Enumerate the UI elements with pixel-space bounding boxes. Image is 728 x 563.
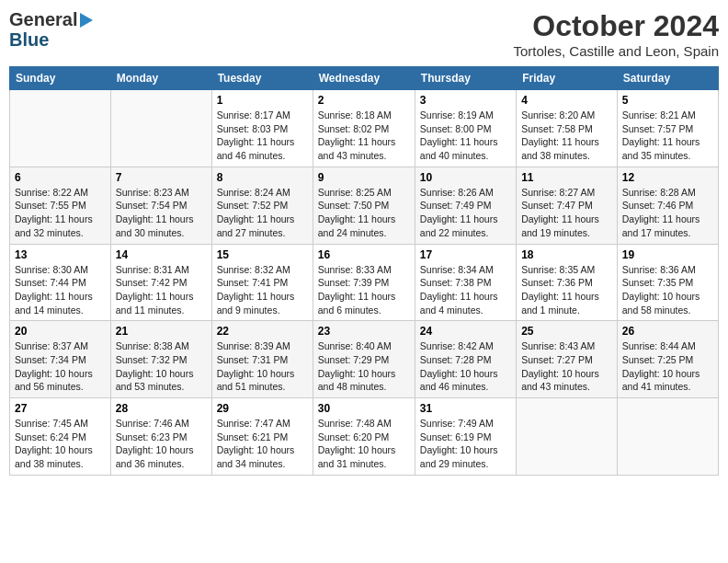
calendar-cell: 29Sunrise: 7:47 AM Sunset: 6:21 PM Dayli… bbox=[211, 398, 313, 476]
day-info: Sunrise: 8:36 AM Sunset: 7:35 PM Dayligh… bbox=[622, 263, 713, 317]
day-number: 8 bbox=[217, 171, 308, 184]
day-info: Sunrise: 8:19 AM Sunset: 8:00 PM Dayligh… bbox=[420, 109, 511, 163]
day-number: 20 bbox=[15, 325, 106, 338]
day-number: 3 bbox=[420, 94, 511, 107]
day-number: 2 bbox=[318, 94, 410, 107]
day-number: 25 bbox=[521, 325, 612, 338]
calendar-cell: 1Sunrise: 8:17 AM Sunset: 8:03 PM Daylig… bbox=[211, 90, 313, 167]
day-info: Sunrise: 8:32 AM Sunset: 7:41 PM Dayligh… bbox=[217, 263, 308, 317]
day-info: Sunrise: 7:47 AM Sunset: 6:21 PM Dayligh… bbox=[217, 417, 308, 471]
day-number: 1 bbox=[217, 94, 308, 107]
calendar-cell: 2Sunrise: 8:18 AM Sunset: 8:02 PM Daylig… bbox=[313, 90, 415, 167]
calendar-cell: 7Sunrise: 8:23 AM Sunset: 7:54 PM Daylig… bbox=[110, 167, 211, 244]
calendar-cell: 25Sunrise: 8:43 AM Sunset: 7:27 PM Dayli… bbox=[517, 321, 618, 398]
day-info: Sunrise: 8:38 AM Sunset: 7:32 PM Dayligh… bbox=[116, 339, 207, 394]
day-number: 21 bbox=[116, 325, 207, 338]
day-info: Sunrise: 8:26 AM Sunset: 7:49 PM Dayligh… bbox=[420, 186, 511, 240]
day-info: Sunrise: 8:27 AM Sunset: 7:47 PM Dayligh… bbox=[521, 186, 612, 240]
day-number: 15 bbox=[217, 248, 308, 261]
day-info: Sunrise: 8:42 AM Sunset: 7:28 PM Dayligh… bbox=[420, 339, 511, 394]
day-info: Sunrise: 8:40 AM Sunset: 7:29 PM Dayligh… bbox=[318, 339, 410, 394]
day-number: 6 bbox=[15, 171, 106, 184]
day-number: 9 bbox=[318, 171, 410, 184]
day-info: Sunrise: 8:31 AM Sunset: 7:42 PM Dayligh… bbox=[116, 263, 207, 317]
day-info: Sunrise: 8:39 AM Sunset: 7:31 PM Dayligh… bbox=[217, 339, 308, 394]
day-number: 23 bbox=[318, 325, 410, 338]
day-info: Sunrise: 8:18 AM Sunset: 8:02 PM Dayligh… bbox=[318, 109, 410, 163]
calendar-cell: 9Sunrise: 8:25 AM Sunset: 7:50 PM Daylig… bbox=[313, 167, 415, 244]
calendar-cell: 8Sunrise: 8:24 AM Sunset: 7:52 PM Daylig… bbox=[211, 167, 313, 244]
day-number: 12 bbox=[622, 171, 713, 184]
calendar-week-row: 1Sunrise: 8:17 AM Sunset: 8:03 PM Daylig… bbox=[10, 90, 719, 167]
day-info: Sunrise: 8:28 AM Sunset: 7:46 PM Dayligh… bbox=[622, 186, 713, 240]
day-info: Sunrise: 7:45 AM Sunset: 6:24 PM Dayligh… bbox=[15, 417, 106, 471]
day-number: 14 bbox=[116, 248, 207, 261]
calendar-cell: 24Sunrise: 8:42 AM Sunset: 7:28 PM Dayli… bbox=[415, 321, 516, 398]
calendar-week-row: 6Sunrise: 8:22 AM Sunset: 7:55 PM Daylig… bbox=[10, 167, 719, 244]
day-info: Sunrise: 8:43 AM Sunset: 7:27 PM Dayligh… bbox=[521, 339, 612, 394]
day-info: Sunrise: 7:48 AM Sunset: 6:20 PM Dayligh… bbox=[318, 417, 410, 471]
calendar-cell bbox=[10, 90, 111, 167]
day-info: Sunrise: 8:33 AM Sunset: 7:39 PM Dayligh… bbox=[318, 263, 410, 317]
day-info: Sunrise: 7:46 AM Sunset: 6:23 PM Dayligh… bbox=[116, 417, 207, 471]
calendar-cell: 15Sunrise: 8:32 AM Sunset: 7:41 PM Dayli… bbox=[211, 244, 313, 321]
day-number: 28 bbox=[116, 402, 207, 415]
calendar-cell bbox=[617, 398, 718, 476]
weekday-header: Monday bbox=[110, 67, 211, 90]
day-number: 27 bbox=[15, 402, 106, 415]
calendar-cell: 26Sunrise: 8:44 AM Sunset: 7:25 PM Dayli… bbox=[617, 321, 718, 398]
calendar-cell: 17Sunrise: 8:34 AM Sunset: 7:38 PM Dayli… bbox=[415, 244, 516, 321]
weekday-header: Tuesday bbox=[211, 67, 313, 90]
calendar-cell: 13Sunrise: 8:30 AM Sunset: 7:44 PM Dayli… bbox=[10, 244, 111, 321]
calendar-week-row: 20Sunrise: 8:37 AM Sunset: 7:34 PM Dayli… bbox=[10, 321, 719, 398]
day-number: 10 bbox=[420, 171, 511, 184]
day-number: 24 bbox=[420, 325, 511, 338]
day-info: Sunrise: 8:34 AM Sunset: 7:38 PM Dayligh… bbox=[420, 263, 511, 317]
calendar-cell: 5Sunrise: 8:21 AM Sunset: 7:57 PM Daylig… bbox=[617, 90, 718, 167]
day-info: Sunrise: 8:23 AM Sunset: 7:54 PM Dayligh… bbox=[116, 186, 207, 240]
calendar-cell: 19Sunrise: 8:36 AM Sunset: 7:35 PM Dayli… bbox=[617, 244, 718, 321]
calendar-cell: 10Sunrise: 8:26 AM Sunset: 7:49 PM Dayli… bbox=[415, 167, 516, 244]
header: General Blue October 2024 Tortoles, Cast… bbox=[9, 9, 719, 59]
logo-arrow bbox=[80, 13, 93, 28]
day-info: Sunrise: 8:44 AM Sunset: 7:25 PM Dayligh… bbox=[622, 339, 713, 394]
day-info: Sunrise: 8:35 AM Sunset: 7:36 PM Dayligh… bbox=[521, 263, 612, 317]
day-info: Sunrise: 8:21 AM Sunset: 7:57 PM Dayligh… bbox=[622, 109, 713, 163]
weekday-header: Saturday bbox=[617, 67, 718, 90]
calendar-week-row: 27Sunrise: 7:45 AM Sunset: 6:24 PM Dayli… bbox=[10, 398, 719, 476]
calendar-cell: 18Sunrise: 8:35 AM Sunset: 7:36 PM Dayli… bbox=[517, 244, 618, 321]
calendar-cell: 20Sunrise: 8:37 AM Sunset: 7:34 PM Dayli… bbox=[10, 321, 111, 398]
calendar-cell: 16Sunrise: 8:33 AM Sunset: 7:39 PM Dayli… bbox=[313, 244, 415, 321]
calendar-cell: 23Sunrise: 8:40 AM Sunset: 7:29 PM Dayli… bbox=[313, 321, 415, 398]
calendar-week-row: 13Sunrise: 8:30 AM Sunset: 7:44 PM Dayli… bbox=[10, 244, 719, 321]
calendar-cell: 3Sunrise: 8:19 AM Sunset: 8:00 PM Daylig… bbox=[415, 90, 516, 167]
day-info: Sunrise: 8:20 AM Sunset: 7:58 PM Dayligh… bbox=[521, 109, 612, 163]
day-number: 7 bbox=[116, 171, 207, 184]
calendar-cell: 14Sunrise: 8:31 AM Sunset: 7:42 PM Dayli… bbox=[110, 244, 211, 321]
weekday-header: Friday bbox=[517, 67, 618, 90]
day-info: Sunrise: 8:37 AM Sunset: 7:34 PM Dayligh… bbox=[15, 339, 106, 394]
calendar-cell bbox=[110, 90, 211, 167]
logo-general: General bbox=[9, 9, 77, 29]
day-number: 18 bbox=[521, 248, 612, 261]
calendar-cell bbox=[517, 398, 618, 476]
day-number: 4 bbox=[521, 94, 612, 107]
day-number: 13 bbox=[15, 248, 106, 261]
calendar-cell: 30Sunrise: 7:48 AM Sunset: 6:20 PM Dayli… bbox=[313, 398, 415, 476]
day-info: Sunrise: 8:25 AM Sunset: 7:50 PM Dayligh… bbox=[318, 186, 410, 240]
day-number: 11 bbox=[521, 171, 612, 184]
weekday-header: Wednesday bbox=[313, 67, 415, 90]
day-number: 22 bbox=[217, 325, 308, 338]
day-info: Sunrise: 8:24 AM Sunset: 7:52 PM Dayligh… bbox=[217, 186, 308, 240]
day-info: Sunrise: 8:17 AM Sunset: 8:03 PM Dayligh… bbox=[217, 109, 308, 163]
calendar-cell: 27Sunrise: 7:45 AM Sunset: 6:24 PM Dayli… bbox=[10, 398, 111, 476]
calendar-cell: 12Sunrise: 8:28 AM Sunset: 7:46 PM Dayli… bbox=[617, 167, 718, 244]
calendar-cell: 4Sunrise: 8:20 AM Sunset: 7:58 PM Daylig… bbox=[517, 90, 618, 167]
day-number: 5 bbox=[622, 94, 713, 107]
weekday-header: Sunday bbox=[10, 67, 111, 90]
day-info: Sunrise: 7:49 AM Sunset: 6:19 PM Dayligh… bbox=[420, 417, 511, 471]
calendar-header-row: SundayMondayTuesdayWednesdayThursdayFrid… bbox=[10, 67, 719, 90]
day-number: 31 bbox=[420, 402, 511, 415]
month-title: October 2024 bbox=[514, 9, 719, 43]
day-number: 30 bbox=[318, 402, 410, 415]
